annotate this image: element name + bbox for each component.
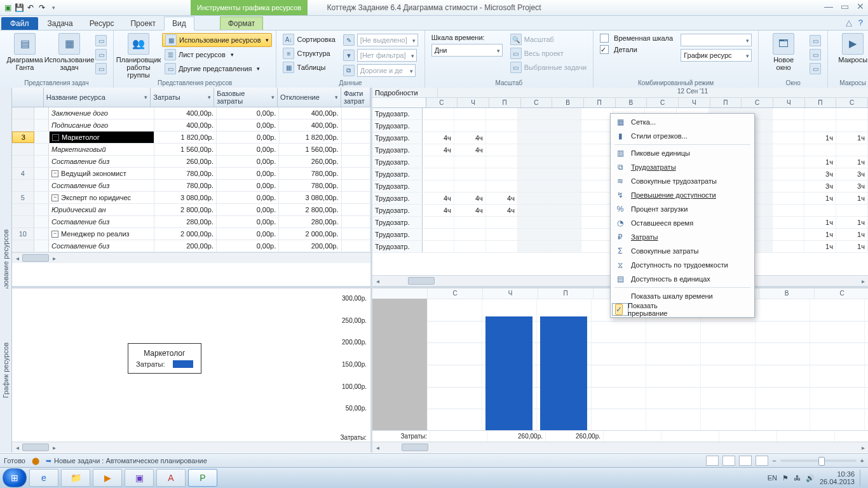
context-menu[interactable]: ▦Сетка...▮Стили отрезков...▥Пиковые един… <box>610 113 755 318</box>
view-shortcut-2[interactable] <box>722 456 735 466</box>
table-row[interactable]: 4−Ведущий экономист780,00р.0,00р.780,00р… <box>12 168 370 180</box>
filter-combo[interactable]: ▼[Нет фильтра] <box>341 48 421 62</box>
tray-lang[interactable]: EN <box>768 474 777 482</box>
taskbar-project[interactable]: P <box>188 469 217 487</box>
start-button[interactable]: ⊞ <box>3 468 27 487</box>
menu-item[interactable]: ₽Затраты <box>612 230 753 244</box>
menu-item[interactable]: ≋Совокупные трудозатраты <box>612 174 753 188</box>
taskbar-media[interactable]: ▶ <box>93 469 122 487</box>
chart-hscroll[interactable]: ◂▸ <box>372 442 868 452</box>
highlight-combo[interactable]: ✎[Не выделено] <box>341 33 421 47</box>
outline-button[interactable]: ≡Структура <box>280 47 337 60</box>
view-shortcut-4[interactable] <box>756 456 768 466</box>
details-combo[interactable]: График ресурс <box>678 48 754 62</box>
taskbar-app1[interactable]: ▣ <box>125 469 154 487</box>
ribbon-minimize-icon[interactable]: △ <box>846 18 852 27</box>
menu-item[interactable]: ✓Показать прерывание <box>612 303 628 316</box>
group-combo[interactable]: ⧉Дорогие и де <box>341 64 421 78</box>
view-shortcut-3[interactable] <box>739 456 752 466</box>
tab-resource[interactable]: Ресурс <box>81 17 123 30</box>
tables-button[interactable]: ▦Таблицы <box>280 61 337 74</box>
help-icon[interactable]: ? <box>858 18 863 27</box>
new-window-button[interactable]: 🗔Новое окно <box>763 32 804 79</box>
legend-hscroll[interactable]: ◂▸ <box>12 442 370 452</box>
win3-button[interactable]: ▭ <box>807 62 824 75</box>
menu-item[interactable]: Показать шкалу времени <box>612 289 753 303</box>
tv3-button[interactable]: ▭ <box>93 62 109 75</box>
tray-net-icon[interactable]: 🖧 <box>794 474 801 482</box>
col-name[interactable]: Название ресурса▾ <box>44 88 151 107</box>
grid-body[interactable]: Заключение дого400,00р.0,00р.400,00р.Под… <box>12 107 370 252</box>
table-row[interactable]: 5−Эксперт по юридичес3 080,00р.0,00р.3 0… <box>12 192 370 204</box>
menu-item[interactable]: ⧉Трудозатраты <box>612 160 753 174</box>
table-row[interactable]: 3−Маркетолог1 820,00р.0,00р.1 820,00р. <box>12 132 370 144</box>
table-row[interactable]: Юридический ан2 800,00р.0,00р.2 800,00р. <box>12 204 370 216</box>
table-row[interactable]: Заключение дого400,00р.0,00р.400,00р. <box>12 107 370 119</box>
zoom-in-icon[interactable]: + <box>860 457 864 464</box>
details-header[interactable]: Подробности <box>372 88 438 97</box>
entire-project-button[interactable]: ▭Весь проект <box>508 47 589 60</box>
qat-more-icon[interactable]: ▾ <box>48 3 58 13</box>
vertical-tab-bottom[interactable]: График ресурсов <box>0 288 12 452</box>
save-icon[interactable]: 💾 <box>14 3 24 13</box>
col-base[interactable]: Базовые затраты▾ <box>214 88 278 107</box>
grid-hscroll[interactable]: ◂▸ <box>12 252 370 263</box>
gantt-button[interactable]: ▤Диаграмма Ганта <box>4 32 46 79</box>
menu-item[interactable]: ◔Оставшееся время <box>612 216 753 230</box>
taskbar-acrobat[interactable]: A <box>156 469 186 487</box>
menu-item[interactable]: ▦Сетка... <box>612 115 753 129</box>
col-id[interactable] <box>12 88 44 107</box>
macros-button[interactable]: ▶Макросы <box>832 32 868 79</box>
zoom-button[interactable]: 🔍Масштаб <box>508 33 589 46</box>
close-icon[interactable]: ✕ <box>857 1 864 11</box>
win1-button[interactable]: ▭ <box>807 34 824 47</box>
tray-vol-icon[interactable]: 🔊 <box>806 474 815 482</box>
menu-item[interactable]: ↯Превышение доступности <box>612 188 753 202</box>
table-row[interactable]: Составление биз280,00р.0,00р.280,00р. <box>12 216 370 228</box>
tab-view[interactable]: Вид <box>164 17 194 30</box>
view-shortcut-1[interactable] <box>706 456 719 466</box>
tab-format[interactable]: Формат <box>220 17 264 30</box>
maximize-icon[interactable]: ▭ <box>841 1 849 11</box>
menu-item[interactable]: ⧖Доступность по трудоемкости <box>612 258 753 272</box>
tv1-button[interactable]: ▭ <box>93 34 109 47</box>
zoom-slider[interactable] <box>780 459 857 462</box>
tv2-button[interactable]: ▭ <box>93 48 109 61</box>
tab-task[interactable]: Задача <box>39 17 81 30</box>
selected-tasks-button[interactable]: ▭Выбранные задачи <box>508 61 589 74</box>
undo-icon[interactable]: ↶ <box>25 3 36 13</box>
task-usage-button[interactable]: ▦Использование задач <box>48 32 90 79</box>
resource-sheet-button[interactable]: ☰Лист ресурсов▾ <box>162 48 272 61</box>
zoom-out-icon[interactable]: − <box>772 457 776 464</box>
col-dev[interactable]: Отклонение▾ <box>278 88 341 107</box>
col-fact[interactable]: Факти затрат <box>341 88 370 107</box>
tab-file[interactable]: Файл <box>1 17 38 30</box>
menu-item[interactable]: ▤Доступность в единицах <box>612 272 753 286</box>
win2-button[interactable]: ▭ <box>807 48 824 61</box>
timeline-check[interactable]: Временная шкала <box>597 33 675 43</box>
resource-usage-button[interactable]: ▦Использование ресурсов▾ <box>162 33 272 47</box>
team-planner-button[interactable]: 👥Планировщик работы группы <box>118 32 159 79</box>
other-views-button[interactable]: ▭Другие представления▾ <box>162 62 272 75</box>
table-row[interactable]: Составление биз200,00р.0,00р.200,00р. <box>12 240 370 252</box>
tab-project[interactable]: Проект <box>122 17 164 30</box>
col-cost[interactable]: Затраты▾ <box>151 88 214 107</box>
table-row[interactable]: Маркетинговый1 560,00р.0,00р.1 560,00р. <box>12 144 370 156</box>
tray-flag-icon[interactable]: ⚑ <box>782 474 789 482</box>
table-row[interactable]: Составление биз780,00р.0,00р.780,00р. <box>12 180 370 192</box>
menu-item[interactable]: ▥Пиковые единицы <box>612 146 753 160</box>
table-row[interactable]: Составление биз260,00р.0,00р.260,00р. <box>12 156 370 168</box>
redo-icon[interactable]: ↷ <box>37 3 47 13</box>
menu-item[interactable]: ▮Стили отрезков... <box>612 129 753 143</box>
minimize-icon[interactable]: — <box>824 1 833 11</box>
details-check[interactable]: ✓Детали <box>597 44 675 55</box>
timescale-combo[interactable]: Дни <box>429 43 505 57</box>
tray-clock[interactable]: 10:3626.04.2013 <box>820 470 855 485</box>
menu-item[interactable]: ΣСовокупные затраты <box>612 244 753 258</box>
sort-button[interactable]: A↓Сортировка <box>280 33 337 46</box>
taskbar-ie[interactable]: e <box>29 469 58 487</box>
table-row[interactable]: Подписание дого400,00р.0,00р.400,00р. <box>12 119 370 132</box>
show-desktop[interactable] <box>860 470 865 486</box>
menu-item[interactable]: %Процент загрузки <box>612 202 753 216</box>
taskbar-explorer[interactable]: 📁 <box>61 469 90 487</box>
